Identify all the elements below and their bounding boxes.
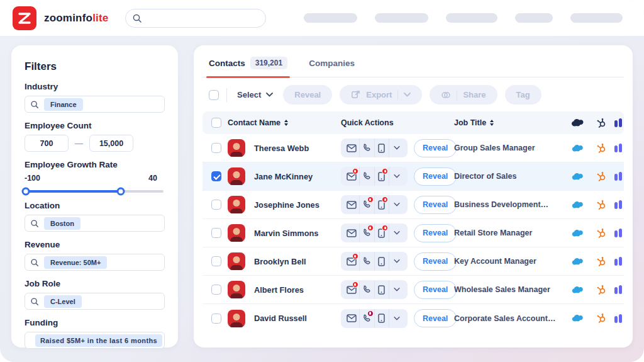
- select-all-checkbox[interactable]: [209, 90, 219, 100]
- revenue-input[interactable]: Revenue: 50M+: [25, 254, 165, 271]
- chevron-down-icon[interactable]: [404, 93, 411, 97]
- hubspot-icon[interactable]: [590, 256, 613, 267]
- select-dropdown[interactable]: Select: [235, 90, 275, 99]
- job-role-input[interactable]: C-Level: [25, 293, 165, 310]
- column-job-title[interactable]: Job Title: [454, 118, 566, 127]
- reveal-button[interactable]: Reveal: [414, 224, 457, 242]
- email-action-button[interactable]: [345, 280, 359, 299]
- phone-action-button[interactable]: [359, 309, 374, 328]
- contact-name[interactable]: David Russell: [254, 314, 341, 323]
- salesforce-icon[interactable]: [566, 144, 590, 153]
- email-action-button[interactable]: [345, 195, 359, 214]
- mobile-action-button[interactable]: [374, 309, 389, 328]
- row-checkbox[interactable]: [211, 228, 221, 238]
- table-row[interactable]: Albert Flores Reveal: [203, 276, 624, 304]
- salesforce-icon[interactable]: [566, 172, 590, 181]
- job-role-filter-chip[interactable]: C-Level: [44, 295, 82, 308]
- slider-handle-right[interactable]: [117, 188, 125, 196]
- row-checkbox[interactable]: [211, 200, 221, 210]
- growth-rate-slider[interactable]: [26, 190, 164, 193]
- phone-action-button[interactable]: [359, 195, 374, 214]
- row-checkbox[interactable]: [211, 171, 221, 181]
- email-action-button[interactable]: [345, 309, 359, 328]
- email-action-button[interactable]: [345, 223, 359, 242]
- more-actions-button[interactable]: [389, 280, 404, 299]
- contact-name[interactable]: Brooklyn Bell: [254, 257, 341, 266]
- more-actions-button[interactable]: [389, 195, 404, 214]
- column-contact-name[interactable]: Contact Name: [228, 118, 341, 127]
- contact-name[interactable]: Marvin Simmons: [254, 229, 341, 238]
- table-row[interactable]: Marvin Simmons Reveal: [203, 219, 624, 247]
- zoominfo-logo-icon[interactable]: [13, 6, 36, 30]
- email-action-button[interactable]: [345, 139, 359, 157]
- salesforce-icon[interactable]: [566, 229, 590, 238]
- revenue-filter-chip[interactable]: Revenue: 50M+: [44, 256, 107, 269]
- hubspot-icon[interactable]: [590, 313, 613, 324]
- reveal-button[interactable]: Reveal: [414, 139, 457, 157]
- email-action-button[interactable]: [345, 252, 359, 271]
- mobile-action-button[interactable]: [374, 195, 389, 214]
- industry-filter-chip[interactable]: Finance: [44, 98, 83, 111]
- phone-action-button[interactable]: [359, 139, 374, 157]
- mobile-action-button[interactable]: [374, 139, 389, 157]
- table-row[interactable]: Josephine Jones Reveal: [203, 191, 624, 219]
- share-button[interactable]: Share: [430, 85, 497, 105]
- phone-action-button[interactable]: [359, 252, 374, 271]
- table-row[interactable]: Theresa Webb Reveal: [203, 134, 624, 162]
- table-row[interactable]: Brooklyn Bell Reveal: [203, 247, 624, 276]
- funding-input[interactable]: Raised $5M+ in the last 6 months: [25, 332, 165, 349]
- table-row[interactable]: Jane McKinney Reveal: [203, 162, 624, 191]
- location-input[interactable]: Boston: [25, 215, 165, 232]
- mobile-action-button[interactable]: [374, 280, 389, 299]
- salesforce-icon[interactable]: [566, 314, 590, 323]
- export-button[interactable]: Export: [340, 85, 422, 105]
- bars-icon[interactable]: [613, 172, 624, 181]
- bars-icon[interactable]: [613, 314, 624, 323]
- salesforce-icon[interactable]: [566, 200, 590, 210]
- table-row[interactable]: David Russell Reveal: [203, 304, 624, 332]
- hubspot-icon[interactable]: [590, 200, 613, 210]
- reveal-bulk-button[interactable]: Reveal: [283, 85, 332, 105]
- contact-name[interactable]: Josephine Jones: [254, 200, 341, 210]
- hubspot-icon[interactable]: [590, 285, 613, 295]
- header-checkbox[interactable]: [211, 118, 221, 128]
- contact-name[interactable]: Theresa Webb: [254, 144, 341, 153]
- more-actions-button[interactable]: [389, 167, 404, 186]
- funding-filter-chip[interactable]: Raised $5M+ in the last 6 months: [35, 334, 162, 347]
- phone-action-button[interactable]: [359, 280, 374, 299]
- sort-icon[interactable]: [490, 120, 494, 126]
- employee-count-min-input[interactable]: 700: [25, 135, 69, 152]
- tab-companies[interactable]: Companies: [309, 59, 355, 76]
- row-checkbox[interactable]: [211, 256, 221, 266]
- mobile-action-button[interactable]: [374, 252, 389, 271]
- more-actions-button[interactable]: [389, 139, 404, 157]
- slider-handle-left[interactable]: [22, 188, 30, 196]
- bars-icon[interactable]: [613, 229, 624, 237]
- reveal-button[interactable]: Reveal: [414, 167, 457, 186]
- global-search-input[interactable]: [125, 9, 266, 28]
- tag-button[interactable]: Tag: [505, 85, 541, 105]
- salesforce-icon[interactable]: [566, 257, 590, 266]
- industry-input[interactable]: Finance: [25, 96, 165, 113]
- salesforce-icon[interactable]: [566, 285, 590, 295]
- row-checkbox[interactable]: [211, 143, 221, 153]
- tab-contacts[interactable]: Contacts 319,201: [209, 57, 287, 77]
- contact-name[interactable]: Jane McKinney: [254, 172, 341, 181]
- more-actions-button[interactable]: [389, 252, 404, 271]
- contact-name[interactable]: Albert Flores: [254, 285, 341, 295]
- bars-icon[interactable]: [613, 144, 624, 152]
- row-checkbox[interactable]: [211, 314, 221, 324]
- email-action-button[interactable]: [345, 167, 359, 186]
- reveal-button[interactable]: Reveal: [414, 252, 457, 271]
- hubspot-icon[interactable]: [590, 143, 613, 154]
- mobile-action-button[interactable]: [374, 223, 389, 242]
- hubspot-icon[interactable]: [590, 171, 613, 182]
- reveal-button[interactable]: Reveal: [414, 196, 457, 214]
- reveal-button[interactable]: Reveal: [414, 281, 457, 299]
- hubspot-icon[interactable]: [590, 228, 613, 239]
- bars-icon[interactable]: [613, 285, 624, 294]
- sort-icon[interactable]: [284, 120, 288, 126]
- more-actions-button[interactable]: [389, 223, 404, 242]
- more-actions-button[interactable]: [389, 309, 404, 328]
- employee-count-max-input[interactable]: 15,000: [89, 135, 133, 152]
